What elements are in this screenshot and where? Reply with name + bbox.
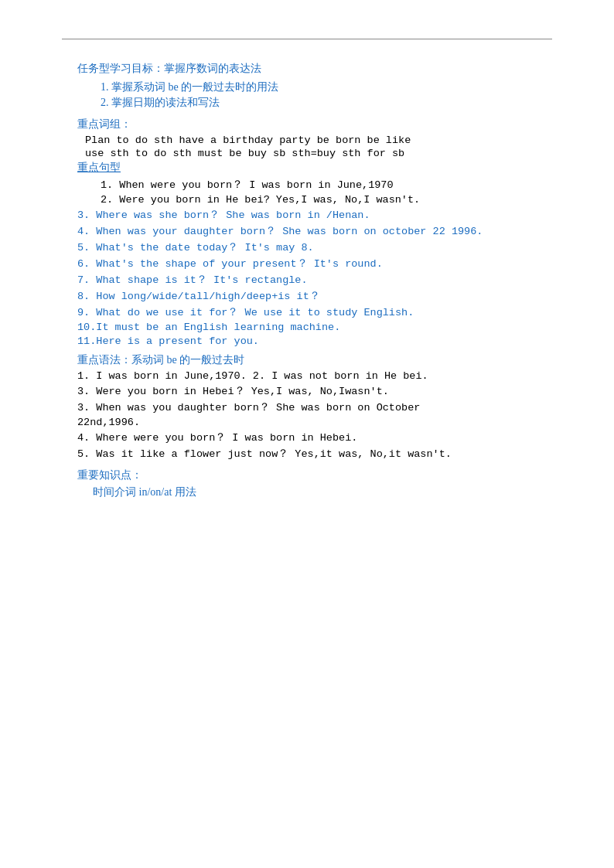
sentence-6: 6. What's the shape of your present？ It'… xyxy=(77,257,537,271)
grammar-line-1: 1. I was born in June,1970. 2. I was not… xyxy=(77,370,537,382)
sentence-7: 7. What shape is it？ It's rectangle. xyxy=(77,273,537,287)
task-item-1: 1. 掌握系动词 be 的一般过去时的用法 xyxy=(101,80,537,94)
important-heading: 重要知识点： xyxy=(77,468,537,482)
sentence-3: 3. Where was she born？ She was born in /… xyxy=(77,208,537,222)
grammar-line-3: 3. When was you daughter born？ She was b… xyxy=(77,400,537,414)
grammar-line-6: 5. Was it like a flower just now？ Yes,it… xyxy=(77,447,537,461)
task-item-2: 2. 掌握日期的读法和写法 xyxy=(101,96,537,110)
sentence-11: 11.Here is a present for you. xyxy=(77,335,537,347)
sentence-5: 5. What's the date today？ It's may 8. xyxy=(77,240,537,254)
grammar-line-2: 3. Were you born in Hebei？ Yes,I was, No… xyxy=(77,384,537,398)
grammar-line-4: 22nd,1996. xyxy=(77,417,537,428)
sentence-9: 9. What do we use it for？ We use it to s… xyxy=(77,305,537,319)
vocab-heading: 重点词组： xyxy=(77,117,537,131)
sentence-1: 1. When were you born？ I was born in Jun… xyxy=(101,178,537,192)
sentence-8: 8. How long/wide/tall/high/deep+is it？ xyxy=(77,289,537,303)
vocab-line-2: use sth to do sth must be buy sb sth=buy… xyxy=(85,148,537,159)
important-line: 时间介词 in/on/at 用法 xyxy=(93,485,537,499)
grammar-heading: 重点语法：系动词 be 的一般过去时 xyxy=(77,353,537,367)
sentence-4: 4. When was your daughter born？ She was … xyxy=(77,224,537,238)
grammar-line-5: 4. Where were you born？ I was born in He… xyxy=(77,431,537,444)
sentence-10: 10.It must be an English learning machin… xyxy=(77,322,537,333)
page: 任务型学习目标：掌握序数词的表达法 1. 掌握系动词 be 的一般过去时的用法 … xyxy=(0,0,614,868)
task-heading: 任务型学习目标：掌握序数词的表达法 xyxy=(77,62,537,76)
sentence-heading: 重点句型 xyxy=(77,161,537,175)
sentence-2: 2. Were you born in He bei? Yes,I was, N… xyxy=(101,194,537,206)
top-border xyxy=(62,39,552,39)
vocab-line-1: Plan to do sth have a birthday party be … xyxy=(85,134,537,146)
